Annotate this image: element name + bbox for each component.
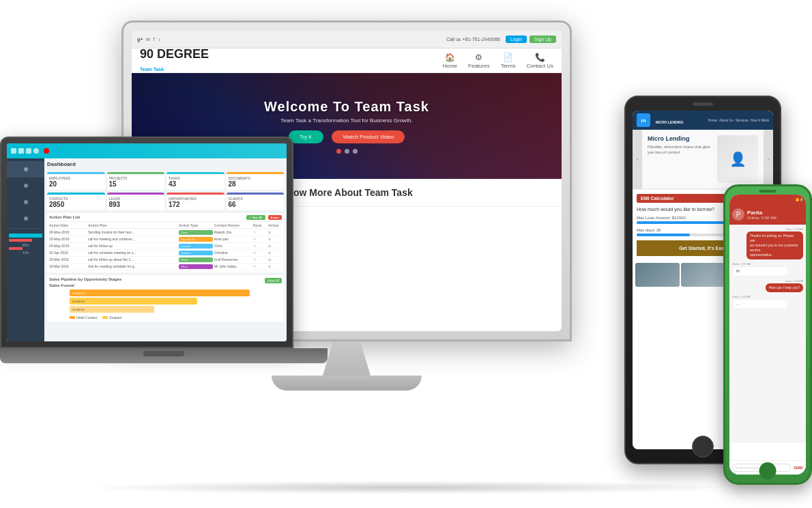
col-person: Contact Person <box>214 223 252 227</box>
brand-logo: 90 DEGREE Team Task <box>140 47 209 74</box>
sidebar-icon-3 <box>24 200 28 204</box>
sidebar-item-4[interactable] <box>7 210 44 227</box>
col-date: Action Date <box>49 223 87 227</box>
row6-edit-icon[interactable]: ✎ <box>253 264 267 269</box>
sidebar-item-dashboard[interactable] <box>7 161 44 178</box>
chart-sub-title: Sales Funnel <box>49 283 282 287</box>
nav-contact[interactable]: 📞Contact Us <box>526 53 553 69</box>
row5-del-icon[interactable]: ⊠ <box>268 257 282 262</box>
legend-color-1 <box>70 316 75 319</box>
carousel-dot-1[interactable] <box>336 149 341 154</box>
row4-del-icon[interactable]: ⊠ <box>268 251 282 255</box>
table-row: 26-May-2016 Sending Invoice for their la… <box>49 229 282 236</box>
signup-button[interactable]: Sign Up <box>530 36 556 43</box>
row6-plan: Ask for meeting schedule for g... <box>88 264 177 269</box>
team-photo-1 <box>635 263 680 287</box>
sidebar-bar-2 <box>9 239 32 242</box>
phone-sender-4: Sales, 5:56 AM <box>732 295 803 298</box>
laptop-icon-2 <box>18 148 24 154</box>
row4-edit-icon[interactable]: ✎ <box>253 251 267 255</box>
monitor-logo-bar: 90 DEGREE Team Task 🏠Home ⚙Features 📄Ter… <box>132 48 562 73</box>
action-btn[interactable]: Action <box>268 215 282 220</box>
row3-person: Chris <box>214 244 252 249</box>
chart-header: Sales Pipeline by Opportunity Stages Vie… <box>49 277 282 283</box>
row3-type: Contact <box>179 244 213 249</box>
row5-plan: call for follow up about the C... <box>88 257 177 262</box>
funnel-bar-3: 30,000.00 <box>70 306 154 313</box>
row5-type: Client <box>179 257 213 262</box>
row1-del-icon[interactable]: ⊠ <box>268 230 282 235</box>
metric-contacts: CONTACTS 2850 <box>47 193 105 210</box>
laptop-icon-3 <box>26 148 31 154</box>
watch-video-button[interactable]: Watch Product Video <box>332 130 405 143</box>
tab-nav-how[interactable]: How It Work <box>751 118 769 122</box>
laptop-topbar <box>7 143 287 158</box>
row6-person: Mr John katep... <box>214 264 252 269</box>
funnel-bar-1: 50,000.00 <box>70 290 250 296</box>
nav-home[interactable]: 🏠Home <box>443 53 457 69</box>
metrics-row-1: EMPLOYEES 20 PROJECTS 15 TASKS 43 <box>47 172 284 190</box>
sidebar-icon-2 <box>24 184 28 188</box>
row2-del-icon[interactable]: ⊠ <box>268 237 282 242</box>
phone-input-placeholder: Enter message <box>736 466 759 470</box>
row5-date: 20-Mar-2016 <box>49 257 87 262</box>
carousel-dots <box>336 149 358 154</box>
carousel-dot-3[interactable] <box>353 149 358 154</box>
carousel-dot-2[interactable] <box>345 149 349 154</box>
phone-chat-area: Sayo, 5:56 AM Thanks for joining us. Ple… <box>729 225 806 443</box>
nav-features[interactable]: ⚙Features <box>468 53 490 69</box>
phone-status-text: 📶 🔋 <box>796 198 803 201</box>
row2-edit-icon[interactable]: ✎ <box>253 237 267 242</box>
metric-leads: LEADS 893 <box>107 193 165 210</box>
monitor-nav-links: 🏠Home ⚙Features 📄Terms 📞Contact Us <box>443 53 553 69</box>
tab-nav-home[interactable]: Home <box>708 118 717 122</box>
row4-type: Contact <box>179 251 213 255</box>
metric-documents: DOCUMENTS 28 <box>227 172 285 190</box>
phone-send-button[interactable]: SEND <box>794 466 803 470</box>
legend-color-2 <box>102 316 108 319</box>
metric-opps: OPPORTUNITIES 172 <box>166 193 224 210</box>
phone-sender-3: Sayo, 5:56 AM <box>732 279 803 283</box>
laptop-screen: 58% 42% Dashboard <box>7 143 287 341</box>
metric-opps-value: 172 <box>169 201 222 208</box>
chart-legend: Initial Contact Suspect <box>49 315 282 320</box>
tab-nav-about[interactable]: About Us <box>719 118 734 122</box>
metric-employees-value: 20 <box>49 180 103 188</box>
metric-documents-value: 28 <box>229 180 282 188</box>
metric-clients: CLIENTS 66 <box>227 193 285 210</box>
metric-contacts-value: 2850 <box>49 201 103 208</box>
tab-nav-services[interactable]: Services <box>736 118 749 122</box>
next-arrow-icon[interactable]: › <box>764 130 773 189</box>
view-all-btn[interactable]: ✓ View All <box>246 215 265 220</box>
tablet-brand-logo: m <box>637 113 650 127</box>
sidebar-item-3[interactable] <box>7 194 44 210</box>
row3-edit-icon[interactable]: ✎ <box>253 244 267 249</box>
scene: g+ in f ♪ Call us +91-761-2440066 Login … <box>0 0 812 508</box>
login-button[interactable]: Login <box>506 36 527 43</box>
sidebar-pct-2: 42% <box>9 251 42 255</box>
nav-terms[interactable]: 📄Terms <box>501 53 516 69</box>
legend-initial-contact: Initial Contact <box>70 315 97 320</box>
row5-edit-icon[interactable]: ✎ <box>253 257 267 262</box>
row1-edit-icon[interactable]: ✎ <box>253 230 267 235</box>
sidebar-divider <box>10 228 42 229</box>
prev-arrow-icon[interactable]: ‹ <box>633 130 642 189</box>
laptop-topbar-icons <box>11 148 39 154</box>
sidebar-icon-4 <box>24 216 28 221</box>
phone-message-input[interactable]: Enter message <box>732 464 791 472</box>
tablet-hero-area: ‹ 👤 Micro Lending Flexible, short-term l… <box>633 130 773 190</box>
sidebar-item-2[interactable] <box>7 178 44 194</box>
funnel-bar-2: 30,000.00 <box>70 298 197 305</box>
row4-date: 02-Apr-2016 <box>49 251 87 255</box>
phone-profile-name: Parita <box>747 210 777 216</box>
row6-del-icon[interactable]: ⊠ <box>268 264 282 269</box>
row4-person: Christine <box>214 251 252 255</box>
tablet-brand-name: MICRO LENDING <box>656 114 684 126</box>
row3-del-icon[interactable]: ⊠ <box>268 244 282 249</box>
chart-view-all[interactable]: View All <box>265 278 282 283</box>
laptop-bottom <box>0 348 328 363</box>
col-done: Done <box>253 223 267 227</box>
metric-projects-value: 15 <box>109 180 163 188</box>
phone-bubble-wrapper-1: Thanks for joining us. Please askwe conn… <box>732 231 803 259</box>
row6-date: 19-Mar-2016 <box>49 264 87 269</box>
